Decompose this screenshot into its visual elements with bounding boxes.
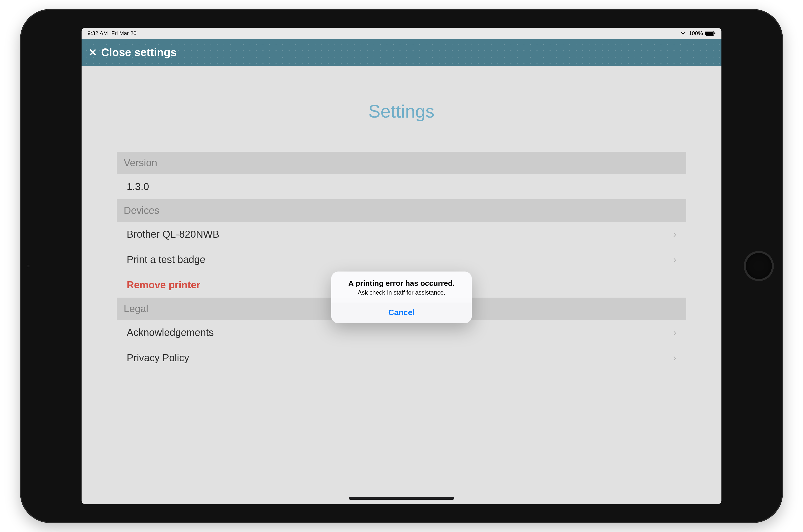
alert-backdrop: A printing error has occurred. Ask check… — [81, 66, 722, 504]
settings-content: Settings Version 1.3.0 Devices Brother Q… — [81, 66, 722, 504]
nav-bar: ✕ Close settings — [81, 39, 722, 66]
close-icon: ✕ — [89, 48, 97, 57]
status-time: 9:32 AM — [88, 30, 108, 37]
home-indicator[interactable] — [349, 497, 454, 500]
close-settings-button[interactable]: ✕ Close settings — [89, 46, 177, 59]
alert-cancel-button[interactable]: Cancel — [331, 302, 472, 323]
screen: 9:32 AM Fri Mar 20 100% — [81, 28, 722, 504]
svg-rect-2 — [714, 32, 715, 34]
status-battery-pct: 100% — [689, 30, 703, 37]
battery-icon — [706, 31, 715, 36]
alert-dialog: A printing error has occurred. Ask check… — [331, 271, 472, 323]
close-settings-label: Close settings — [101, 46, 177, 59]
home-button[interactable] — [744, 251, 774, 281]
ipad-frame: 9:32 AM Fri Mar 20 100% — [20, 9, 783, 523]
wifi-icon — [680, 31, 686, 36]
alert-title: A printing error has occurred. — [338, 279, 465, 288]
status-bar: 9:32 AM Fri Mar 20 100% — [81, 28, 722, 39]
alert-message: Ask check-in staff for assistance. — [338, 289, 465, 296]
status-date: Fri Mar 20 — [111, 30, 136, 37]
svg-rect-1 — [706, 32, 714, 35]
